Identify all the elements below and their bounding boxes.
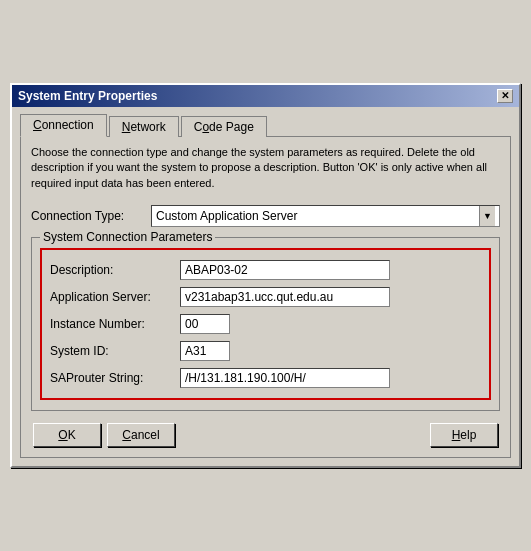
group-box-title: System Connection Parameters [40,230,215,244]
connection-type-label: Connection Type: [31,209,151,223]
connection-type-select[interactable]: Custom Application Server ▼ [151,205,500,227]
instance-label: Instance Number: [50,317,180,331]
system-id-label: System ID: [50,344,180,358]
system-id-input[interactable] [180,341,230,361]
button-row-left: OK Cancel [33,423,175,447]
help-button[interactable]: Help [430,423,498,447]
dropdown-arrow-icon[interactable]: ▼ [479,206,495,226]
red-highlight-box: Description: Application Server: Instanc… [40,248,491,400]
dialog-window: System Entry Properties ✕ Connection Net… [10,83,521,468]
tab-codepage-label: Code Page [194,120,254,134]
description-label: Description: [50,263,180,277]
app-server-row: Application Server: [50,287,481,307]
tab-codepage[interactable]: Code Page [181,116,267,137]
button-row: OK Cancel Help [31,423,500,447]
close-button[interactable]: ✕ [497,89,513,103]
connection-type-value: Custom Application Server [156,209,479,223]
saprouter-row: SAProuter String: [50,368,481,388]
window-body: Connection Network Code Page Choose the … [12,107,519,466]
title-bar: System Entry Properties ✕ [12,85,519,107]
app-server-label: Application Server: [50,290,180,304]
instance-input[interactable] [180,314,230,334]
instance-row: Instance Number: [50,314,481,334]
system-id-row: System ID: [50,341,481,361]
saprouter-label: SAProuter String: [50,371,180,385]
tab-bar: Connection Network Code Page [20,113,511,136]
tab-connection[interactable]: Connection [20,114,107,137]
tab-content: Choose the connection type and change th… [20,136,511,458]
tab-network[interactable]: Network [109,116,179,137]
saprouter-input[interactable] [180,368,390,388]
app-server-input[interactable] [180,287,390,307]
connection-type-row: Connection Type: Custom Application Serv… [31,205,500,227]
ok-button[interactable]: OK [33,423,101,447]
tab-network-label: Network [122,120,166,134]
description-input[interactable] [180,260,390,280]
description-text: Choose the connection type and change th… [31,145,500,191]
description-row: Description: [50,260,481,280]
cancel-button[interactable]: Cancel [107,423,175,447]
tab-connection-label: Connection [33,118,94,132]
window-title: System Entry Properties [18,89,157,103]
system-connection-params-group: System Connection Parameters Description… [31,237,500,411]
